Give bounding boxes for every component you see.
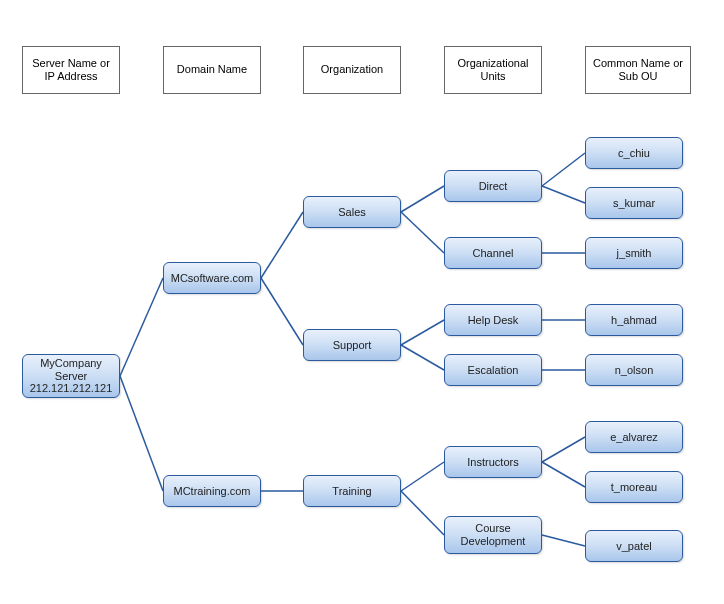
svg-line-16	[542, 437, 585, 462]
node-cn-e_alvarez: e_alvarez	[585, 421, 683, 453]
node-ou-escalation: Escalation	[444, 354, 542, 386]
svg-line-11	[542, 153, 585, 186]
node-org-training: Training	[303, 475, 401, 507]
svg-line-17	[542, 462, 585, 487]
node-org-sales: Sales	[303, 196, 401, 228]
header-cn: Common Name or Sub OU	[585, 46, 691, 94]
svg-line-6	[401, 212, 444, 253]
node-cn-n_olson: n_olson	[585, 354, 683, 386]
svg-line-2	[261, 212, 303, 278]
node-domain-software: MCsoftware.com	[163, 262, 261, 294]
node-org-support: Support	[303, 329, 401, 361]
svg-line-7	[401, 320, 444, 345]
node-cn-s_kumar: s_kumar	[585, 187, 683, 219]
node-cn-h_ahmad: h_ahmad	[585, 304, 683, 336]
svg-line-8	[401, 345, 444, 370]
node-ou-channel: Channel	[444, 237, 542, 269]
node-cn-t_moreau: t_moreau	[585, 471, 683, 503]
svg-line-10	[401, 491, 444, 535]
node-ou-helpdesk: Help Desk	[444, 304, 542, 336]
node-cn-v_patel: v_patel	[585, 530, 683, 562]
node-server: MyCompany Server 212.121.212.121	[22, 354, 120, 398]
svg-line-3	[261, 278, 303, 345]
svg-line-5	[401, 186, 444, 212]
node-ou-direct: Direct	[444, 170, 542, 202]
svg-line-18	[542, 535, 585, 546]
svg-line-9	[401, 462, 444, 491]
node-cn-j_smith: j_smith	[585, 237, 683, 269]
header-organization: Organization	[303, 46, 401, 94]
node-cn-c_chiu: c_chiu	[585, 137, 683, 169]
svg-line-1	[120, 376, 163, 491]
header-server: Server Name or IP Address	[22, 46, 120, 94]
header-domain: Domain Name	[163, 46, 261, 94]
header-ou: Organizational Units	[444, 46, 542, 94]
node-ou-instructors: Instructors	[444, 446, 542, 478]
svg-line-12	[542, 186, 585, 203]
node-domain-training: MCtraining.com	[163, 475, 261, 507]
svg-line-0	[120, 278, 163, 376]
node-ou-coursedev: Course Development	[444, 516, 542, 554]
